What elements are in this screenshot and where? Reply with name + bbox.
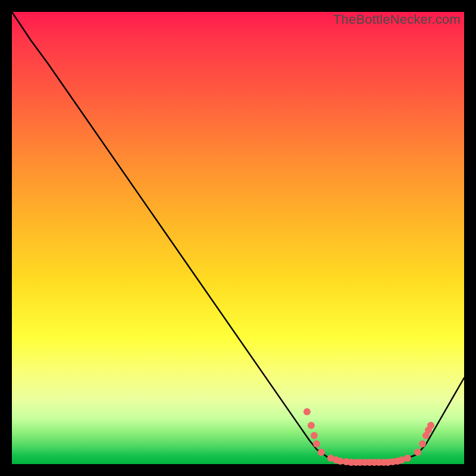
data-marker — [308, 422, 315, 429]
data-marker — [313, 440, 320, 447]
marker-group — [303, 408, 434, 466]
bottleneck-curve — [12, 12, 464, 462]
data-marker — [404, 455, 411, 462]
data-marker — [427, 422, 434, 429]
data-marker — [419, 440, 426, 447]
plot-area: TheBottleNecker.com — [12, 12, 464, 464]
chart-frame: TheBottleNecker.com — [0, 0, 476, 476]
curve-layer — [12, 12, 464, 464]
data-marker — [318, 449, 325, 456]
data-marker — [414, 449, 421, 456]
data-marker — [303, 408, 311, 415]
data-marker — [311, 432, 318, 439]
